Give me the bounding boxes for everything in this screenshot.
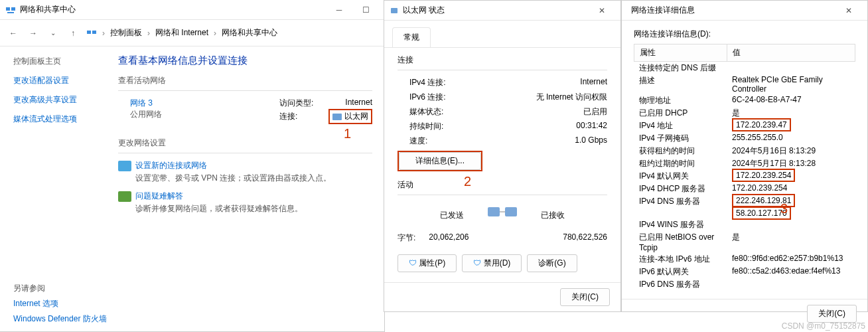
value-cell: 6C-24-08-E8-A7-47 (727, 94, 855, 107)
titlebar: 以太网 状态 ✕ (384, 1, 620, 21)
annotation-1: 1 (344, 126, 351, 141)
disable-button[interactable]: 🛡 禁用(D) (462, 254, 522, 272)
ethernet-icon (390, 6, 399, 15)
sidebar-seealso: 另请参阅 Internet 选项 Windows Defender 防火墙 (13, 283, 107, 325)
svg-rect-7 (488, 207, 500, 216)
connection-group-title: 连接 (398, 54, 607, 66)
table-row: 58.20.127.170 (634, 208, 855, 218)
page-heading: 查看基本网络信息并设置连接 (118, 54, 372, 67)
new-connection-link[interactable]: 设置新的连接或网络 (135, 160, 207, 171)
value-cell: 172.20.239.47 (727, 120, 855, 132)
col-property[interactable]: 属性 (634, 44, 727, 61)
close-button[interactable]: 关闭(C) (807, 305, 857, 323)
troubleshoot-link[interactable]: 问题疑难解答 (135, 191, 183, 202)
back-button[interactable]: ← (7, 27, 20, 40)
annotation-box: 172.20.239.254 (732, 169, 795, 182)
diagnose-button[interactable]: 诊断(G) (527, 254, 577, 272)
seealso-internet-options[interactable]: Internet 选项 (13, 298, 107, 309)
ethernet-link[interactable]: 以太网 (344, 111, 368, 122)
chevron-right-icon: › (101, 29, 106, 38)
network-icon (5, 5, 16, 15)
property-cell: IPv4 WINS 服务器 (634, 218, 727, 231)
property-cell: IPv4 DNS 服务器 (634, 195, 727, 208)
sidebar-media-streaming[interactable]: 媒体流式处理选项 (13, 114, 106, 125)
shield-icon: 🛡 (409, 258, 417, 268)
activity-group-title: 活动 (398, 179, 607, 191)
property-cell: 连接特定的 DNS 后缀 (634, 62, 727, 74)
breadcrumb-item[interactable]: 网络和共享中心 (222, 27, 277, 39)
tab-general[interactable]: 常规 (392, 27, 431, 47)
details-body: 网络连接详细信息(D): 属性 值 连接特定的 DNS 后缀描述Realtek … (622, 21, 867, 299)
properties-button[interactable]: 🛡 属性(P) (398, 254, 457, 272)
table-row: 获得租约的时间2024年5月16日 8:13:29 (634, 145, 855, 157)
sent-label: 已发送 (398, 210, 464, 221)
up-button[interactable]: ↑ (66, 27, 80, 40)
details-label: 网络连接详细信息(D): (634, 29, 855, 40)
annotation-2: 2 (464, 174, 471, 189)
forward-button[interactable]: → (27, 27, 40, 40)
bytes-label: 字节: (398, 232, 415, 244)
table-row: 连接特定的 DNS 后缀 (634, 62, 855, 74)
close-button[interactable]: ✕ (589, 1, 615, 21)
new-connection-icon (118, 161, 131, 171)
value-cell (727, 218, 855, 231)
watermark: CSDN @m0_75152875 (782, 321, 865, 331)
speed-value: 1.0 Gbps (575, 135, 607, 147)
minimize-button[interactable]: ─ (326, 0, 352, 20)
svg-rect-3 (87, 31, 91, 34)
details-table: 属性 值 连接特定的 DNS 后缀描述Realtek PCIe GbE Fami… (634, 44, 855, 291)
svg-rect-1 (11, 7, 15, 11)
value-cell (727, 62, 855, 74)
property-cell: IPv6 默认网关 (634, 266, 727, 278)
table-row: IPv6 默认网关fe80::c5a2:d463:edae:f4ef%13 (634, 266, 855, 278)
annotation-box: 172.20.239.47 (732, 118, 791, 131)
troubleshoot-desc: 诊断并修复网络问题，或者获得疑难解答信息。 (135, 203, 372, 214)
section-change-settings: 更改网络设置 (118, 137, 372, 149)
value-cell: Realtek PCIe GbE Family Controller (727, 74, 855, 94)
maximize-button[interactable]: ☐ (352, 0, 379, 20)
breadcrumb-item[interactable]: 网络和 Internet (155, 27, 208, 39)
network-sharing-window: 网络和共享中心 ─ ☐ ← → ⌄ ↑ › 控制面板 › 网络和 Interne… (0, 0, 385, 332)
ethernet-icon (332, 114, 342, 120)
annotation-box: 以太网 (328, 109, 372, 124)
property-cell: 已启用 DHCP (634, 107, 727, 120)
section-active-networks: 查看活动网络 (118, 75, 372, 86)
access-type-value: Internet (345, 98, 372, 109)
speed-label: 速度: (398, 135, 427, 147)
sidebar-home[interactable]: 控制面板主页 (13, 56, 106, 67)
table-row: IPv4 地址172.20.239.47 (634, 120, 855, 132)
property-cell: IPv4 默认网关 (634, 170, 727, 183)
property-cell: IPv4 DHCP 服务器 (634, 183, 727, 195)
table-row: 描述Realtek PCIe GbE Family Controller (634, 74, 855, 94)
svg-rect-2 (7, 12, 14, 13)
property-cell: 描述 (634, 74, 727, 94)
sidebar-adapter-settings[interactable]: 更改适配器设置 (13, 75, 106, 86)
table-row: 连接-本地 IPv6 地址fe80::9f6d:ed62:e257:b9b1%1… (634, 253, 855, 266)
ethernet-status-dialog: 以太网 状态 ✕ 常规 连接 IPv4 连接:Internet IPv6 连接:… (384, 0, 621, 312)
annotation-box: 详细信息(E)... (398, 151, 482, 171)
svg-rect-0 (6, 7, 10, 11)
recent-dropdown[interactable]: ⌄ (46, 27, 60, 40)
svg-rect-5 (332, 114, 342, 120)
property-cell (634, 208, 727, 218)
close-button[interactable]: 关闭(C) (560, 288, 610, 306)
sidebar-advanced-sharing[interactable]: 更改高级共享设置 (13, 94, 106, 106)
property-cell: 已启用 NetBIOS over Tcpip (634, 231, 727, 253)
col-value[interactable]: 值 (727, 44, 855, 61)
titlebar: 网络连接详细信息 ✕ (622, 1, 867, 21)
property-cell: 租约过期的时间 (634, 157, 727, 170)
duration-value: 00:31:42 (576, 121, 607, 132)
dialog-title: 网络连接详细信息 (631, 5, 835, 16)
close-button[interactable]: ✕ (835, 1, 862, 21)
table-row: IPv4 子网掩码255.255.255.0 (634, 132, 855, 145)
details-button[interactable]: 详细信息(E)... (399, 152, 481, 170)
ipv6-conn-label: IPv6 连接: (398, 92, 446, 103)
value-cell: 255.255.255.0 (727, 132, 855, 145)
activity-graphic (482, 202, 522, 228)
connection-details-dialog: 网络连接详细信息 ✕ 网络连接详细信息(D): 属性 值 连接特定的 DNS 后… (621, 0, 868, 312)
breadcrumb-item[interactable]: 控制面板 (110, 27, 142, 39)
dialog-title: 以太网 状态 (403, 5, 589, 16)
address-bar[interactable]: › 控制面板 › 网络和 Internet › 网络和共享中心 (86, 27, 378, 39)
table-row: IPv6 DNS 服务器 (634, 278, 855, 291)
seealso-defender-firewall[interactable]: Windows Defender 防火墙 (13, 313, 107, 325)
